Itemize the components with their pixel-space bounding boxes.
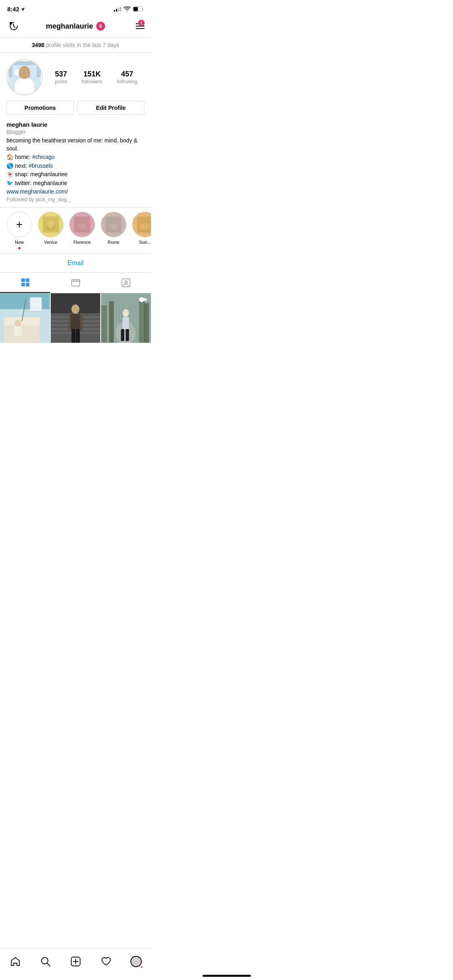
- avatar[interactable]: [6, 59, 43, 95]
- highlight-rome-img: [105, 216, 122, 233]
- nav-profile-badge: [140, 966, 143, 969]
- nav-home[interactable]: [6, 953, 24, 970]
- heart-icon: [101, 956, 111, 967]
- svg-line-61: [47, 963, 50, 966]
- photo-cell-3[interactable]: ⬤▶: [101, 293, 151, 343]
- svg-point-29: [125, 281, 127, 283]
- email-button[interactable]: Email: [67, 259, 83, 267]
- highlight-rome[interactable]: Rome: [101, 212, 126, 249]
- svg-rect-22: [21, 283, 25, 286]
- nav-avatar: [130, 956, 142, 967]
- highlight-florence-img: [74, 216, 90, 233]
- bio-tagline: becoming the healthiest version of me: m…: [6, 137, 145, 152]
- menu-badge: 1: [138, 20, 145, 26]
- photo-grid: ⬤▶: [0, 293, 151, 343]
- history-icon: [8, 21, 19, 32]
- nav-search[interactable]: [37, 953, 54, 970]
- svg-point-15: [78, 223, 86, 230]
- stat-followers[interactable]: 151K followers: [82, 70, 102, 84]
- highlight-venice[interactable]: Venice: [38, 212, 64, 249]
- svg-rect-24: [72, 280, 80, 286]
- highlight-new[interactable]: + New: [6, 212, 32, 249]
- action-buttons: Promotions Edit Profile: [6, 101, 145, 115]
- search-icon: [40, 956, 51, 967]
- highlight-florence-circle: [69, 212, 95, 237]
- svg-rect-49: [76, 329, 80, 343]
- home-icon: [10, 956, 21, 967]
- svg-rect-52: [109, 301, 114, 343]
- menu-button[interactable]: 1: [130, 19, 145, 33]
- svg-rect-35: [14, 326, 22, 336]
- svg-rect-48: [71, 329, 75, 343]
- photo-2-svg: [51, 293, 101, 343]
- highlight-sorrento-img: [137, 216, 151, 233]
- notification-badge[interactable]: 6: [96, 22, 105, 31]
- email-section: Email: [0, 254, 151, 273]
- svg-rect-28: [122, 279, 130, 287]
- svg-rect-5: [14, 69, 19, 75]
- svg-point-9: [21, 71, 29, 80]
- highlight-rome-label: Rome: [108, 240, 119, 245]
- status-bar: 8:42: [0, 0, 151, 16]
- tab-reels[interactable]: [50, 273, 101, 293]
- bio-followed-by: Followed by jack_my_dog._: [6, 196, 145, 202]
- svg-rect-54: [144, 303, 149, 343]
- bio-title: Blogger: [6, 129, 145, 135]
- battery-icon: [133, 6, 144, 12]
- avatar-svg: [8, 61, 41, 93]
- highlight-sorrento[interactable]: Sorr...: [132, 212, 151, 249]
- signal-icon: [114, 7, 121, 12]
- nav-add[interactable]: [67, 953, 85, 970]
- highlight-florence-label: Florence: [74, 240, 91, 245]
- profile-header: meghanlaurie 6 1: [0, 16, 151, 38]
- highlight-venice-circle: [38, 212, 64, 237]
- followers-label: followers: [82, 78, 102, 84]
- edit-profile-button[interactable]: Edit Profile: [77, 101, 145, 115]
- highlight-sorrento-circle: [132, 212, 151, 237]
- svg-rect-47: [68, 314, 83, 331]
- tab-tagged[interactable]: [101, 273, 151, 293]
- tab-grid[interactable]: [0, 273, 50, 293]
- svg-point-56: [123, 309, 129, 317]
- highlight-new-label: New: [15, 240, 24, 245]
- highlights-row: + New Venice Florence: [0, 207, 151, 254]
- svg-rect-53: [139, 299, 145, 343]
- content-tab-bar: [0, 273, 151, 293]
- stats-row: 537 posts 151K followers 457 following: [48, 70, 145, 84]
- svg-rect-51: [101, 305, 107, 343]
- avatar-image: [8, 61, 41, 93]
- bio-chicago-hashtag[interactable]: #chicago: [32, 154, 55, 160]
- promotions-button[interactable]: Promotions: [6, 101, 74, 115]
- photo-cell-1[interactable]: [0, 293, 50, 343]
- highlight-new-circle: +: [6, 212, 32, 237]
- stat-following[interactable]: 457 following: [117, 70, 137, 84]
- bio-home: 🏠 home: #chicago: [6, 153, 145, 161]
- highlight-florence[interactable]: Florence: [69, 212, 95, 249]
- profile-top: 537 posts 151K followers 457 following: [6, 59, 145, 95]
- followers-count: 151K: [82, 70, 102, 78]
- time-text: 8:42: [7, 6, 19, 12]
- nav-profile[interactable]: [127, 953, 145, 970]
- photo-cell-2[interactable]: [51, 293, 101, 343]
- posts-label: posts: [55, 78, 67, 84]
- svg-rect-57: [123, 317, 129, 329]
- grid-icon: [21, 278, 30, 287]
- bio-website[interactable]: www.meghanlaurie.com/: [6, 188, 145, 195]
- stat-posts[interactable]: 537 posts: [55, 70, 67, 84]
- status-icons: [114, 6, 144, 12]
- visits-count: 3498: [32, 42, 44, 48]
- history-button[interactable]: [6, 19, 21, 33]
- video-badge: ⬤▶: [139, 296, 148, 302]
- visits-text: profile visits in the last 7 days: [46, 42, 119, 48]
- profile-section: 537 posts 151K followers 457 following P…: [0, 53, 151, 119]
- svg-rect-36: [30, 297, 42, 311]
- nav-likes[interactable]: [97, 953, 115, 970]
- svg-rect-1: [134, 7, 138, 11]
- bio-name: meghan laurie: [6, 121, 145, 128]
- svg-point-13: [48, 220, 54, 229]
- location-arrow-icon: [21, 7, 25, 12]
- svg-point-17: [110, 224, 118, 229]
- highlight-venice-label: Venice: [44, 240, 57, 245]
- svg-point-34: [15, 320, 21, 326]
- bio-brussels-hashtag[interactable]: #brussels: [29, 163, 53, 169]
